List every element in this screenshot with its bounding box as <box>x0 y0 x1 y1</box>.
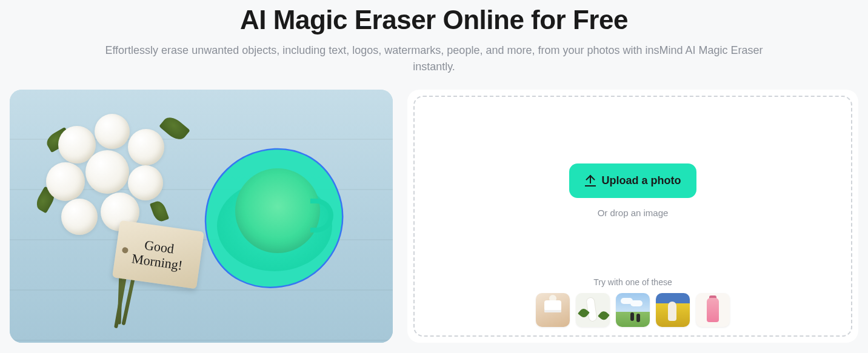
dropzone[interactable]: Upload a photo Or drop an image Try with… <box>413 96 852 337</box>
sample-thumb-3[interactable] <box>616 293 650 327</box>
sample-thumb-4[interactable] <box>656 293 690 327</box>
upload-panel: Upload a photo Or drop an image Try with… <box>407 90 858 343</box>
upload-button-label: Upload a photo <box>602 174 681 187</box>
eraser-selection-overlay <box>199 144 350 295</box>
sample-thumb-1[interactable] <box>536 293 570 327</box>
page-title: AI Magic Eraser Online for Free <box>0 5 868 35</box>
demo-tag-label: Good Morning! <box>112 220 204 289</box>
upload-icon <box>585 176 596 186</box>
samples-label: Try with one of these <box>536 277 730 287</box>
upload-photo-button[interactable]: Upload a photo <box>569 163 697 198</box>
page-subtitle: Effortlessly erase unwanted objects, inc… <box>101 42 767 75</box>
sample-thumb-2[interactable] <box>576 293 610 327</box>
sample-thumb-5[interactable] <box>696 293 730 327</box>
sample-images-section: Try with one of these <box>536 277 730 327</box>
demo-image-panel: Good Morning! <box>10 90 393 343</box>
drop-hint-text: Or drop an image <box>598 208 669 218</box>
sample-thumbnails <box>536 293 730 327</box>
